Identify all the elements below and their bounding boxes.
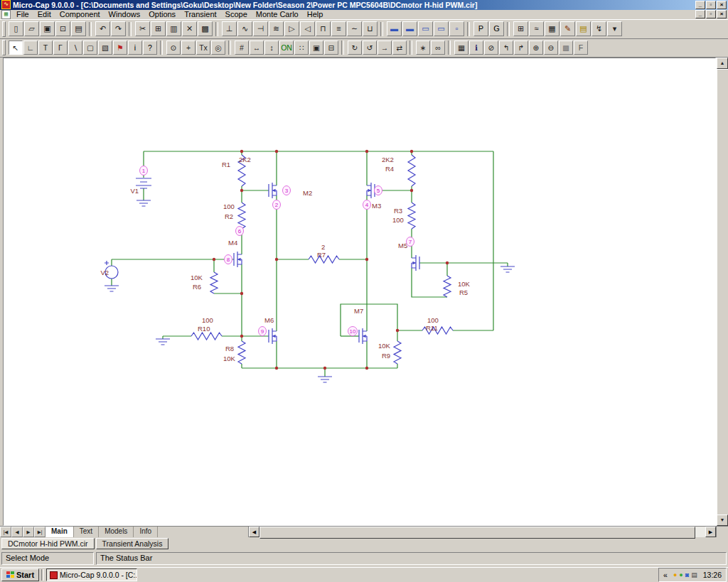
ground-symbol-v2[interactable] [105,286,119,291]
print-button[interactable]: ▤ [71,21,86,36]
waveform-button[interactable]: ≈ [529,21,544,36]
window-ac-button[interactable]: ▬ [402,21,417,36]
select-all-button[interactable]: ▩ [198,21,213,36]
schematic-svg[interactable]: V1 V2 R1 2K2 100 R2 2K2 R4 R3 100 2 R7 1… [4,58,715,525]
sheet-tab-text[interactable]: Text [74,527,99,537]
more-tools-button[interactable]: ▾ [607,21,622,36]
resistor-R2[interactable] [238,203,245,229]
menu-help[interactable]: Help [303,9,328,19]
component-transistor-button[interactable]: ◁ [300,21,315,36]
print-preview-button[interactable]: ⊡ [55,21,70,36]
restore-button[interactable]: ▫ [706,1,716,9]
mosfet-M2[interactable] [269,183,277,198]
node-numbers-button[interactable]: # [235,41,249,55]
tray-icon-update[interactable]: ● [673,571,677,578]
zoom-out-button[interactable]: ⊖ [544,41,558,55]
prev-sheet-button[interactable]: ◀ [11,527,23,537]
file-tab-dcmotor[interactable]: DCmotor H-hid PWM.cir [1,538,95,549]
mdi-close-button[interactable]: × [717,10,727,18]
resistor-R5[interactable] [444,276,451,297]
resistor-R8[interactable] [238,341,245,364]
resistor-R4[interactable] [408,155,415,186]
menu-file[interactable]: File [12,9,33,19]
wire-mode-button[interactable]: ∟ [23,41,38,55]
last-sheet-button[interactable]: ▶| [34,527,46,537]
go-letter-button[interactable]: G [489,21,504,36]
border-button[interactable]: ▣ [309,41,323,55]
window-text-button[interactable]: ▫ [449,21,464,36]
horizontal-scroll-thumb[interactable] [259,527,695,539]
menu-transient[interactable]: Transient [180,9,220,19]
paste-button[interactable]: ▥ [166,21,181,36]
back-button[interactable]: ↺ [363,41,377,55]
horizontal-scrollbar[interactable]: ◀ ▶ [249,527,716,537]
node-snap-button[interactable]: ⊙ [166,41,181,55]
menu-component[interactable]: Component [55,9,105,19]
component-capacitor-button[interactable]: ⊣ [253,21,268,36]
find-component-button[interactable]: ∞ [431,41,445,55]
ground-symbol-v1[interactable] [136,200,151,206]
page-prev-button[interactable]: ↰ [499,41,513,55]
step-button[interactable]: → [378,41,392,55]
redo-button[interactable]: ↷ [111,21,126,36]
component-battery-button[interactable]: ≡ [331,21,346,36]
wire-diagonal-mode-button[interactable]: Γ [53,41,68,55]
undo-button[interactable]: ↶ [95,21,110,36]
show-on-button[interactable]: ON [279,41,294,55]
grid-button[interactable]: ⊞ [513,21,528,36]
find-button[interactable]: ∗ [416,41,430,55]
ground-symbol-right[interactable] [500,266,515,272]
flag-mode-button[interactable]: ⚑ [113,41,127,55]
menu-windows[interactable]: Windows [105,9,145,19]
ground-symbol-left[interactable] [156,339,170,345]
info-circle-button[interactable]: ℹ [469,41,483,55]
vertical-scrollbar[interactable]: ▲ ▼ [716,58,728,526]
resistor-R6[interactable] [210,272,218,293]
zoom-in-button[interactable]: ⊕ [529,41,543,55]
help-f-button[interactable]: F [574,41,588,55]
notes-button[interactable]: ▤ [576,21,591,36]
component-mosfet-button[interactable]: ⊓ [316,21,331,36]
title-block-button[interactable]: ⊟ [324,41,338,55]
resistor-R9[interactable] [394,341,401,364]
menu-scope[interactable]: Scope [221,9,252,19]
open-file-button[interactable]: ▱ [24,21,39,36]
page-next-button[interactable]: ↱ [514,41,528,55]
pencil-tool-button[interactable]: ✎ [560,21,575,36]
resistor-R10[interactable] [191,333,222,340]
repeat-button[interactable]: ⇄ [392,41,407,55]
image-button[interactable]: ▩ [559,41,573,55]
window-tile-button[interactable]: ▦ [454,41,469,55]
mosfet-M7[interactable] [359,328,367,344]
redraw-button[interactable]: ↻ [348,41,362,55]
tray-icon-volume[interactable]: ◙ [685,571,689,578]
toolbar-grip[interactable] [2,21,6,37]
component-inductor-button[interactable]: ≋ [269,21,284,36]
dot-grid-button[interactable]: ∷ [294,41,309,55]
component-sine-source-button[interactable]: ∼ [347,21,362,36]
toolbar-grip[interactable] [2,40,6,55]
menu-options[interactable]: Options [144,9,180,19]
start-button[interactable]: Start [1,568,39,581]
minimize-button[interactable]: _ [695,1,705,9]
mosfet-M5[interactable] [412,255,419,271]
calculator-button[interactable]: ▦ [545,21,560,36]
save-button[interactable]: ▣ [40,21,55,36]
ground-symbol-bottom[interactable] [318,377,332,382]
mdi-restore-button[interactable]: ▫ [706,10,716,18]
next-sheet-button[interactable]: ▶ [23,527,34,537]
scroll-left-button[interactable]: ◀ [249,527,259,537]
vertical-scroll-thumb[interactable] [717,69,728,515]
component-resistor-button[interactable]: ∿ [237,21,252,36]
window-transient-button[interactable]: ▬ [387,21,402,36]
tray-icon-network[interactable]: ● [679,571,682,578]
taskbar-task-button[interactable]: Micro-Cap 9.0.0.0 - [C:... [46,568,137,581]
scroll-down-button[interactable]: ▼ [717,514,728,526]
close-button[interactable]: × [717,1,727,9]
mdi-minimize-button[interactable]: _ [695,10,705,18]
tray-icon-keyboard[interactable]: ▤ [691,571,697,578]
first-sheet-button[interactable]: |◀ [0,527,11,537]
pattern-mode-button[interactable]: ▧ [98,41,112,55]
scroll-right-button[interactable]: ▶ [705,527,716,537]
text-grid-button[interactable]: Tx [196,41,210,55]
